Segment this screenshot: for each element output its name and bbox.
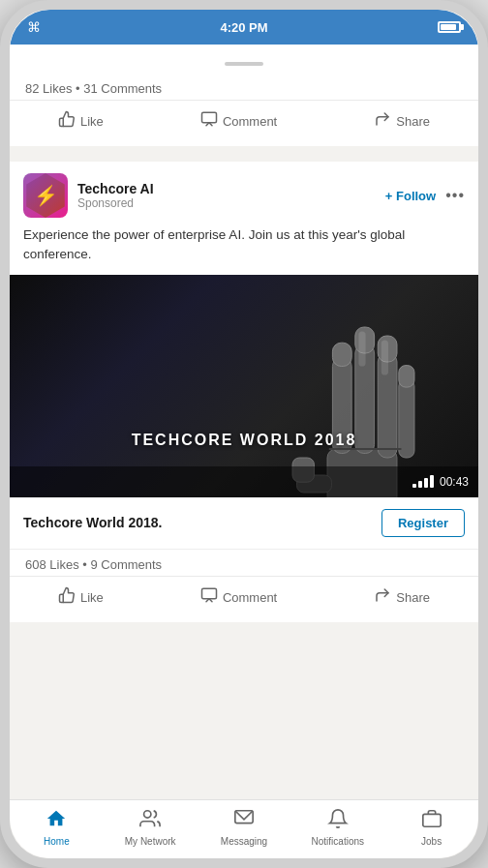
- svg-rect-10: [332, 343, 351, 366]
- battery-icon: [438, 21, 461, 33]
- like-icon: [58, 110, 76, 133]
- bar-4: [430, 475, 434, 488]
- status-bar: ⌘ 4:20 PM: [10, 10, 478, 45]
- comment-icon: [200, 586, 218, 609]
- bar-3: [424, 478, 428, 488]
- lightning-icon: ⚡: [34, 184, 58, 207]
- author-name[interactable]: Techcore AI: [77, 181, 376, 196]
- like-button[interactable]: Like: [46, 581, 115, 614]
- sponsored-action-bar: Like Comment: [10, 576, 478, 622]
- nav-network-label: My Network: [125, 836, 176, 847]
- post-actions-right: + Follow •••: [385, 187, 465, 204]
- nav-messaging[interactable]: Messaging: [215, 808, 273, 847]
- previous-post-card: 82 Likes • 31 Comments Like: [10, 74, 478, 146]
- bottom-spacer: [10, 630, 478, 649]
- share-button[interactable]: Share: [362, 581, 442, 614]
- avatar: ⚡: [23, 173, 68, 218]
- post-header: ⚡ Techcore AI Sponsored + Follow •••: [10, 162, 478, 225]
- sponsored-post-card: ⚡ Techcore AI Sponsored + Follow ••• Exp…: [10, 162, 478, 622]
- notifications-icon: [327, 808, 349, 834]
- prev-share-button[interactable]: Share: [362, 105, 442, 138]
- register-button[interactable]: Register: [381, 509, 465, 537]
- phone-frame: ⌘ 4:20 PM 82 Likes • 31 Comments: [0, 0, 488, 868]
- prev-like-label: Like: [80, 114, 104, 129]
- svg-rect-0: [201, 112, 216, 123]
- svg-point-17: [144, 811, 151, 818]
- post-media[interactable]: TECHCORE WORLD 2018 00:43: [10, 275, 478, 497]
- nav-notifications[interactable]: Notifications: [309, 808, 367, 847]
- scroll-area: 82 Likes • 31 Comments Like: [10, 45, 478, 799]
- nav-jobs[interactable]: Jobs: [403, 808, 461, 847]
- signal-bars: [412, 475, 434, 488]
- post-text: Experience the power of enterprise AI. J…: [10, 225, 478, 275]
- bar-1: [412, 484, 416, 488]
- nav-messaging-label: Messaging: [221, 836, 267, 847]
- drag-pill: [225, 62, 263, 66]
- prev-action-bar: Like Comment: [10, 100, 478, 146]
- network-icon: [139, 808, 161, 834]
- prev-comment-label: Comment: [223, 114, 277, 129]
- robot-hand-image: [275, 275, 449, 497]
- prev-share-label: Share: [396, 114, 430, 129]
- status-time: 4:20 PM: [220, 20, 267, 35]
- svg-rect-19: [422, 814, 440, 826]
- sponsored-post-stats: 608 Likes • 9 Comments: [10, 550, 478, 576]
- svg-rect-12: [399, 365, 414, 387]
- like-label: Like: [80, 590, 104, 605]
- media-content: TECHCORE WORLD 2018 00:43: [10, 275, 478, 497]
- bottom-nav: Home My Network: [10, 799, 478, 858]
- comment-icon: [200, 110, 218, 133]
- bar-2: [418, 481, 422, 488]
- messaging-icon: [233, 808, 255, 834]
- author-meta: Sponsored: [77, 196, 376, 210]
- cta-row: Techcore World 2018. Register: [10, 497, 478, 550]
- media-overlay: 00:43: [10, 466, 478, 497]
- follow-button[interactable]: + Follow: [385, 189, 436, 203]
- comment-button[interactable]: Comment: [189, 581, 289, 614]
- home-icon: [46, 808, 67, 834]
- nav-notifications-label: Notifications: [312, 836, 364, 847]
- comment-label: Comment: [223, 590, 277, 605]
- top-drag-area: [10, 45, 478, 74]
- nav-network[interactable]: My Network: [121, 808, 179, 847]
- wifi-icon: ⌘: [27, 19, 41, 35]
- svg-rect-16: [201, 588, 216, 599]
- video-duration: 00:43: [440, 475, 469, 489]
- svg-rect-15: [358, 331, 365, 366]
- share-icon: [374, 110, 391, 133]
- nav-home[interactable]: Home: [27, 808, 85, 847]
- cta-title: Techcore World 2018.: [23, 515, 162, 530]
- share-icon: [374, 586, 391, 609]
- prev-like-button[interactable]: Like: [46, 105, 115, 138]
- svg-rect-14: [381, 340, 388, 374]
- media-title: TECHCORE WORLD 2018: [10, 432, 478, 449]
- phone-inner: ⌘ 4:20 PM 82 Likes • 31 Comments: [10, 10, 478, 858]
- prev-post-stats: 82 Likes • 31 Comments: [10, 74, 478, 100]
- more-options-button[interactable]: •••: [445, 187, 465, 204]
- feed-divider: [10, 154, 478, 162]
- nav-home-label: Home: [44, 836, 70, 847]
- jobs-icon: [421, 808, 442, 834]
- status-left: ⌘: [27, 19, 41, 35]
- author-info: Techcore AI Sponsored: [77, 181, 376, 210]
- nav-jobs-label: Jobs: [421, 836, 442, 847]
- share-label: Share: [396, 590, 430, 605]
- prev-comment-button[interactable]: Comment: [189, 105, 289, 138]
- status-right: [438, 21, 461, 33]
- like-icon: [58, 586, 76, 609]
